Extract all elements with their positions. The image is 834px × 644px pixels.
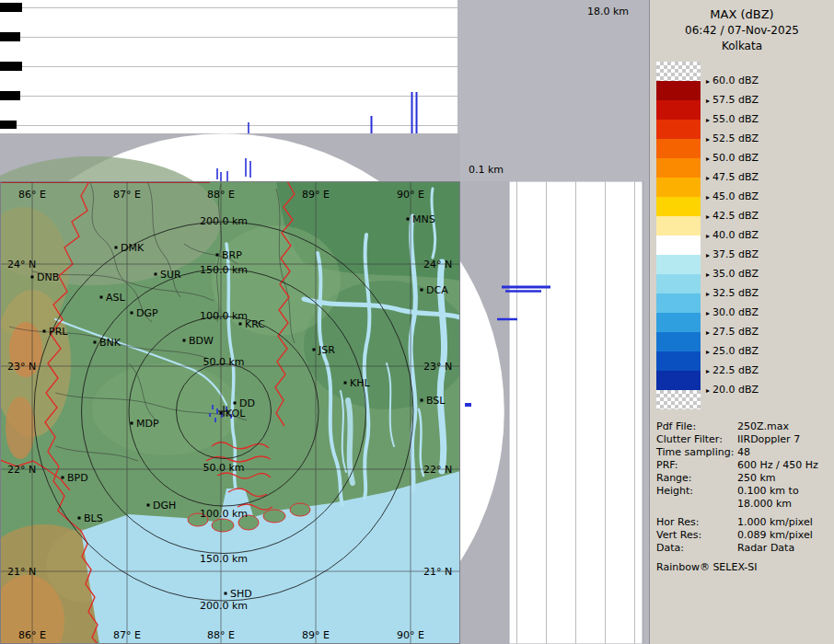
city-marker bbox=[131, 422, 133, 425]
tick-text: 32.5 dBZ bbox=[712, 287, 759, 299]
meta-label: Clutter Filter: bbox=[656, 433, 737, 446]
scale-color-band bbox=[656, 178, 701, 197]
tick-text: 57.5 dBZ bbox=[712, 94, 759, 106]
radar-map-panel[interactable]: 86° E86° E87° E87° E88° E88° E89° E89° E… bbox=[0, 133, 460, 644]
scale-tick-label: ▸20.0 dBZ bbox=[706, 384, 759, 397]
city-label: KOL bbox=[226, 408, 246, 420]
range-ring-label-top: 100.0 km bbox=[200, 310, 248, 322]
tick-text: 20.0 dBZ bbox=[712, 384, 759, 396]
product-datetime: 06:42 / 07-Nov-2025 bbox=[650, 24, 834, 37]
range-ring-label-top: 150.0 km bbox=[200, 264, 248, 276]
product-metadata: Pdf File:250Z.maxClutter Filter:IIRDoppl… bbox=[656, 420, 833, 555]
city-label: DGH bbox=[153, 500, 176, 512]
tick-arrow-icon: ▸ bbox=[706, 155, 710, 163]
city-marker bbox=[234, 402, 237, 405]
city-label: SUR bbox=[160, 269, 181, 281]
tick-arrow-icon: ▸ bbox=[706, 251, 710, 259]
meta-label: Pdf File: bbox=[656, 420, 737, 433]
scale-checker-band bbox=[656, 390, 701, 409]
meta-row: Time sampling:48 bbox=[656, 446, 833, 459]
meta-row: Hor Res:1.000 km/pixel bbox=[656, 516, 833, 529]
city-label: PRL bbox=[49, 326, 68, 338]
city-marker bbox=[115, 247, 118, 249]
meta-value: 18.000 km bbox=[737, 498, 792, 510]
tick-arrow-icon: ▸ bbox=[706, 348, 710, 356]
tick-arrow-icon: ▸ bbox=[706, 193, 710, 201]
city-label: ASL bbox=[106, 292, 126, 304]
scale-color-band bbox=[656, 313, 701, 332]
meta-row: Pdf File:250Z.max bbox=[656, 420, 833, 433]
tick-arrow-icon: ▸ bbox=[706, 97, 710, 105]
city-marker bbox=[62, 477, 64, 479]
tick-text: 35.0 dBZ bbox=[712, 268, 759, 280]
meta-row: Data:Radar Data bbox=[656, 542, 833, 555]
lat-label-right: 21° N bbox=[423, 566, 452, 578]
color-scale-labels: ▸60.0 dBZ▸57.5 dBZ▸55.0 dBZ▸52.5 dBZ▸50.… bbox=[706, 62, 826, 411]
meta-row: Height:0.100 km to bbox=[656, 485, 833, 498]
city-marker bbox=[43, 330, 46, 333]
range-ring-label-bottom: 50.0 km bbox=[203, 462, 244, 474]
range-ring-label-top: 50.0 km bbox=[203, 356, 244, 368]
city-marker bbox=[225, 592, 227, 595]
city-label: DMK bbox=[121, 242, 145, 254]
meta-value: Radar Data bbox=[737, 542, 794, 554]
scale-tick-label: ▸45.0 dBZ bbox=[706, 190, 759, 203]
tick-arrow-icon: ▸ bbox=[706, 386, 710, 395]
scale-tick-label: ▸42.5 dBZ bbox=[706, 210, 759, 223]
tick-text: 40.0 dBZ bbox=[712, 229, 759, 241]
city-label: DCA bbox=[426, 284, 448, 296]
tick-text: 52.5 dBZ bbox=[712, 132, 759, 144]
city-label: MNS bbox=[412, 213, 435, 225]
scale-tick-label: ▸60.0 dBZ bbox=[706, 75, 759, 87]
tick-arrow-icon: ▸ bbox=[706, 135, 710, 144]
city-marker bbox=[220, 412, 223, 415]
meta-value: 0.089 km/pixel bbox=[737, 529, 813, 541]
station-name: Kolkata bbox=[650, 40, 834, 52]
tick-arrow-icon: ▸ bbox=[706, 232, 710, 240]
city-marker bbox=[216, 254, 219, 257]
meta-row: PRF:600 Hz / 450 Hz bbox=[656, 459, 833, 472]
lat-label-right: 24° N bbox=[423, 259, 452, 270]
meta-value: 250Z.max bbox=[737, 420, 789, 432]
scale-color-band bbox=[656, 158, 701, 178]
scale-tick-label: ▸47.5 dBZ bbox=[706, 171, 759, 184]
axis-tick-blocks bbox=[0, 3, 22, 129]
lat-label-left: 22° N bbox=[7, 464, 36, 476]
meta-label: PRF: bbox=[656, 459, 737, 472]
tick-text: 27.5 dBZ bbox=[712, 326, 759, 338]
tick-text: 47.5 dBZ bbox=[712, 171, 759, 183]
tick-text: 60.0 dBZ bbox=[712, 75, 759, 86]
tick-arrow-icon: ▸ bbox=[706, 328, 710, 337]
lon-label-top: 87° E bbox=[113, 189, 141, 201]
tick-text: 37.5 dBZ bbox=[712, 248, 759, 260]
scale-tick-label: ▸40.0 dBZ bbox=[706, 229, 759, 242]
echo-marks-top bbox=[249, 92, 417, 133]
city-marker bbox=[100, 296, 103, 299]
ns-cross-section-panel[interactable] bbox=[460, 181, 644, 644]
meta-row: 18.000 km bbox=[656, 498, 833, 511]
scale-color-band bbox=[656, 274, 701, 293]
meta-value: IIRDoppler 7 bbox=[737, 433, 800, 445]
city-marker bbox=[78, 517, 81, 520]
meta-row: Clutter Filter:IIRDoppler 7 bbox=[656, 433, 833, 446]
city-label: BDW bbox=[189, 335, 214, 347]
ew-cross-section-panel[interactable] bbox=[0, 0, 458, 133]
scale-tick-label: ▸25.0 dBZ bbox=[706, 345, 759, 358]
scale-checker-band bbox=[656, 62, 701, 81]
max-height-label: 18.0 km bbox=[587, 6, 629, 17]
meta-label: Time sampling: bbox=[656, 446, 737, 459]
min-height-label: 0.1 km bbox=[469, 164, 504, 176]
radar-display-window: 86° E86° E87° E87° E88° E88° E89° E89° E… bbox=[0, 0, 834, 644]
scale-tick-label: ▸30.0 dBZ bbox=[706, 306, 759, 319]
ns-cross-section-plot bbox=[460, 181, 644, 644]
color-scale-bands bbox=[656, 62, 701, 409]
scale-color-band bbox=[656, 139, 701, 158]
legend-panel: MAX (dBZ) 06:42 / 07-Nov-2025 Kolkata ▸6… bbox=[649, 0, 834, 644]
tick-text: 55.0 dBZ bbox=[712, 113, 759, 125]
tick-arrow-icon: ▸ bbox=[706, 309, 710, 317]
scale-color-band bbox=[656, 332, 701, 351]
scale-color-band bbox=[656, 120, 701, 139]
scale-color-band bbox=[656, 255, 701, 274]
meta-label: Vert Res: bbox=[656, 529, 737, 542]
range-ring-label-bottom: 200.0 km bbox=[200, 600, 248, 612]
